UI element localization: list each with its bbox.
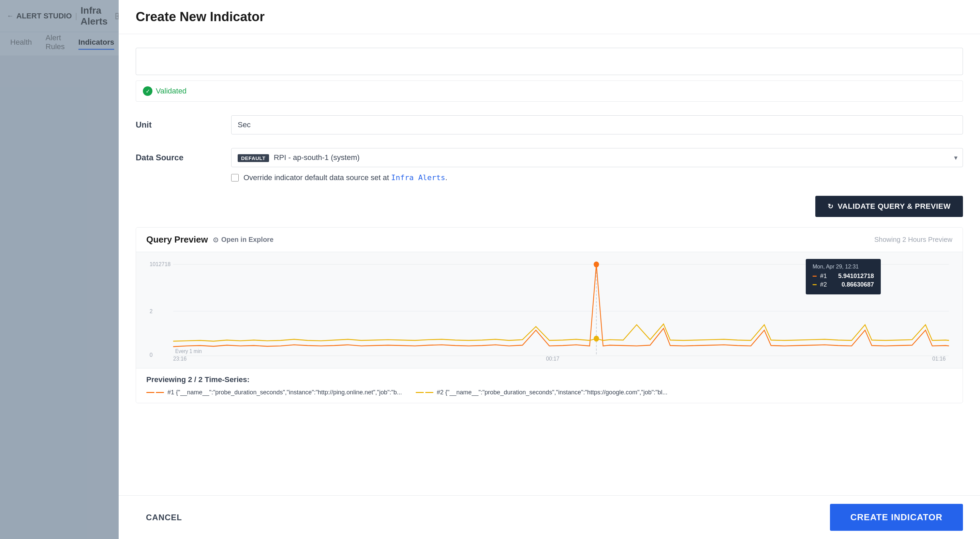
unit-row: Unit bbox=[136, 115, 963, 134]
explore-icon: ⊙ bbox=[213, 236, 219, 244]
override-checkbox-row: Override indicator default data source s… bbox=[231, 173, 963, 182]
override-checkbox[interactable] bbox=[231, 174, 239, 182]
modal-footer: CANCEL CREATE INDICATOR bbox=[119, 495, 980, 539]
series-label-1: #1 {"__name__":"probe_duration_seconds",… bbox=[167, 389, 402, 396]
y-label-bottom: 0 bbox=[150, 352, 153, 358]
data-source-label: Data Source bbox=[136, 148, 218, 163]
series-2-line bbox=[173, 324, 949, 341]
data-source-value: RPI - ap-south-1 (system) bbox=[274, 153, 360, 162]
series-item-1: #1 {"__name__":"probe_duration_seconds",… bbox=[146, 389, 402, 396]
series-label-2: #2 {"__name__":"probe_duration_seconds",… bbox=[437, 389, 668, 396]
modal-header: Create New Indicator bbox=[119, 0, 980, 34]
previewing-title: Previewing 2 / 2 Time-Series: bbox=[146, 375, 952, 384]
validated-text: Validated bbox=[156, 87, 186, 96]
x-label-mid: 00:17 bbox=[546, 355, 559, 361]
cancel-button[interactable]: CANCEL bbox=[136, 507, 192, 528]
chart-area: Mon, Apr 29, 12:31 #1 5.941012718 #2 0.8… bbox=[136, 252, 963, 368]
modal-title: Create New Indicator bbox=[136, 10, 963, 24]
y-label-top: 1012718 bbox=[150, 261, 170, 268]
tooltip-date: Mon, Apr 29, 12:31 bbox=[813, 264, 874, 270]
series-line-1 bbox=[146, 392, 164, 393]
tooltip-value-2: 0.86630687 bbox=[842, 281, 874, 288]
previewing-section: Previewing 2 / 2 Time-Series: #1 {"__nam… bbox=[136, 368, 963, 403]
tooltip-dot-1 bbox=[813, 276, 817, 277]
validate-btn-wrap: ↻ VALIDATE QUERY & PREVIEW bbox=[136, 196, 963, 217]
refresh-icon: ↻ bbox=[827, 202, 834, 210]
validated-badge: ✓ Validated bbox=[136, 81, 963, 102]
unit-control bbox=[231, 115, 963, 134]
series-dash-2b bbox=[425, 392, 433, 393]
query-preview-header: Query Preview ⊙ Open in Explore Showing … bbox=[136, 228, 963, 252]
infra-alerts-link[interactable]: Infra Alerts bbox=[391, 173, 445, 182]
override-label: Override indicator default data source s… bbox=[243, 173, 447, 182]
tooltip-row-2: #2 0.86630687 bbox=[813, 281, 874, 288]
interval-label: Every 1 min bbox=[175, 348, 202, 354]
data-source-row: Data Source DEFAULT RPI - ap-south-1 (sy… bbox=[136, 148, 963, 182]
validate-query-button[interactable]: ↻ VALIDATE QUERY & PREVIEW bbox=[815, 196, 963, 217]
series-dash-1 bbox=[146, 392, 154, 393]
x-label-end: 01:16 bbox=[932, 355, 945, 361]
query-preview-title: Query Preview ⊙ Open in Explore bbox=[146, 234, 274, 245]
spike-dot-orange bbox=[593, 262, 599, 268]
chart-tooltip: Mon, Apr 29, 12:31 #1 5.941012718 #2 0.8… bbox=[806, 259, 881, 294]
modal-panel: Create New Indicator ✓ Validated Unit Da… bbox=[119, 0, 980, 539]
series-dash-1b bbox=[156, 392, 164, 393]
showing-hours-text: Showing 2 Hours Preview bbox=[874, 236, 952, 244]
tooltip-label-1: #1 bbox=[820, 273, 835, 280]
series-line-2 bbox=[416, 392, 433, 393]
modal-body: ✓ Validated Unit Data Source DEFAULT RPI… bbox=[119, 34, 980, 495]
series-list: #1 {"__name__":"probe_duration_seconds",… bbox=[146, 389, 952, 396]
tooltip-value-1: 5.941012718 bbox=[838, 273, 874, 280]
data-source-control: DEFAULT RPI - ap-south-1 (system) ▾ Over… bbox=[231, 148, 963, 182]
create-indicator-button[interactable]: CREATE INDICATOR bbox=[830, 504, 963, 531]
query-input-box[interactable] bbox=[136, 48, 963, 75]
series-item-2: #2 {"__name__":"probe_duration_seconds",… bbox=[416, 389, 668, 396]
validated-section: ✓ Validated bbox=[136, 48, 963, 102]
open-in-explore-button[interactable]: ⊙ Open in Explore bbox=[213, 236, 274, 244]
spike-dot-yellow bbox=[593, 336, 599, 341]
data-source-select-wrapper: DEFAULT RPI - ap-south-1 (system) ▾ bbox=[231, 148, 963, 167]
unit-label: Unit bbox=[136, 115, 218, 130]
series-dash-2 bbox=[416, 392, 424, 393]
x-label-start: 23:16 bbox=[173, 355, 186, 361]
data-source-select[interactable]: DEFAULT RPI - ap-south-1 (system) bbox=[231, 148, 963, 167]
tooltip-dot-2 bbox=[813, 284, 817, 285]
tooltip-row-1: #1 5.941012718 bbox=[813, 273, 874, 280]
tooltip-label-2: #2 bbox=[820, 281, 838, 288]
default-badge: DEFAULT bbox=[238, 154, 269, 162]
unit-input[interactable] bbox=[231, 115, 963, 134]
query-preview-section: Query Preview ⊙ Open in Explore Showing … bbox=[136, 227, 963, 403]
y-label-mid: 2 bbox=[150, 308, 153, 314]
check-icon: ✓ bbox=[143, 86, 153, 96]
